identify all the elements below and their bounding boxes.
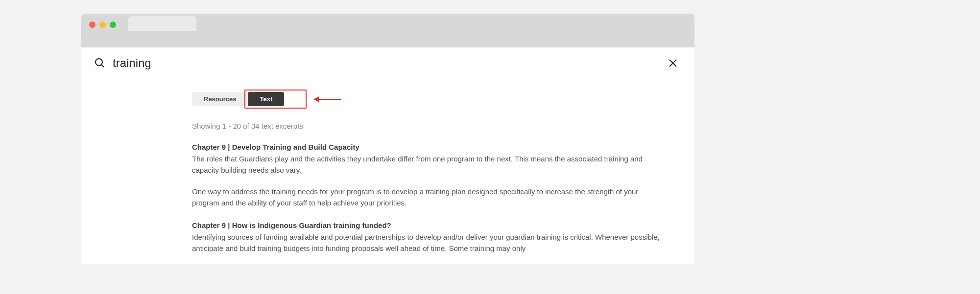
results-count: Showing 1 - 20 of 34 text excerpts (192, 122, 665, 130)
search-input[interactable] (113, 56, 668, 70)
window-controls (81, 14, 116, 28)
search-icon (94, 57, 106, 69)
result-title: Chapter 9 | Develop Training and Build C… (192, 143, 665, 151)
annotation-arrow (313, 96, 341, 102)
window-close-dot[interactable] (89, 22, 96, 28)
browser-chrome (81, 14, 694, 47)
browser-window: Resources Text Showing 1 - 20 of 34 text… (81, 14, 694, 264)
close-icon[interactable] (668, 58, 678, 68)
result-title: Chapter 9 | How is Indigenous Guardian t… (192, 221, 665, 229)
search-bar (81, 47, 694, 79)
result-tabs: Resources Text (192, 92, 665, 106)
window-minimize-dot[interactable] (99, 22, 106, 28)
tab-resources[interactable]: Resources (192, 92, 248, 106)
result-paragraph: Identifying sources of funding available… (192, 231, 665, 254)
svg-point-0 (96, 59, 102, 66)
tab-text[interactable]: Text (248, 92, 284, 106)
page-content: Resources Text Showing 1 - 20 of 34 text… (81, 47, 694, 254)
svg-line-1 (101, 65, 104, 67)
result-excerpt: Identifying sources of funding available… (192, 231, 665, 254)
result-paragraph: One way to address the training needs fo… (192, 186, 665, 209)
search-result[interactable]: Chapter 9 | How is Indigenous Guardian t… (192, 221, 665, 254)
results-column: Resources Text Showing 1 - 20 of 34 text… (81, 79, 694, 254)
result-excerpt: The roles that Guardians play and the ac… (192, 153, 665, 208)
result-paragraph: The roles that Guardians play and the ac… (192, 153, 665, 176)
window-maximize-dot[interactable] (110, 22, 116, 28)
search-result[interactable]: Chapter 9 | Develop Training and Build C… (192, 143, 665, 208)
browser-tab[interactable] (128, 16, 196, 31)
